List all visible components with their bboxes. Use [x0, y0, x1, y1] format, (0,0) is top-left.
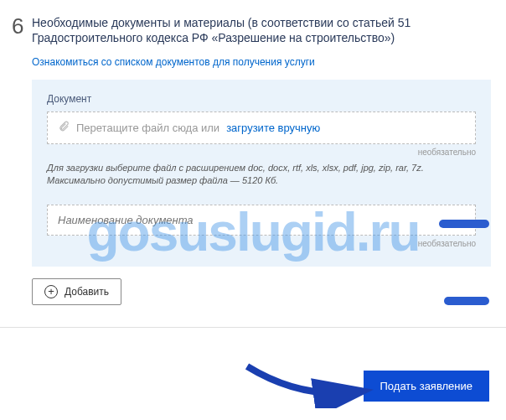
file-hint: Для загрузки выберите файл с расширением…	[47, 162, 476, 186]
arrow-annotation	[243, 358, 377, 408]
file-dropzone[interactable]: Перетащите файл сюда или загрузите вручн…	[47, 111, 476, 144]
upload-manual-link[interactable]: загрузите вручную	[226, 122, 320, 134]
redaction-mark	[439, 220, 489, 228]
step-number: 6	[12, 15, 32, 305]
documents-list-link[interactable]: Ознакомиться со списком документов для п…	[32, 56, 315, 68]
optional-label-2: необязательно	[47, 239, 476, 248]
upload-panel: Документ Перетащите файл сюда или загруз…	[32, 80, 491, 267]
add-button[interactable]: + Добавить	[32, 278, 121, 305]
submit-button[interactable]: Подать заявление	[364, 371, 489, 402]
section-title: Необходимые документы и материалы (в соо…	[32, 15, 491, 45]
plus-icon: +	[44, 285, 58, 298]
document-name-input[interactable]	[47, 205, 476, 236]
divider	[0, 327, 506, 328]
optional-label-1: необязательно	[47, 148, 476, 157]
document-label: Документ	[47, 93, 476, 105]
redaction-mark	[444, 297, 489, 305]
dropzone-text: Перетащите файл сюда или	[76, 122, 219, 134]
paperclip-icon	[58, 121, 70, 135]
add-button-label: Добавить	[65, 286, 109, 298]
